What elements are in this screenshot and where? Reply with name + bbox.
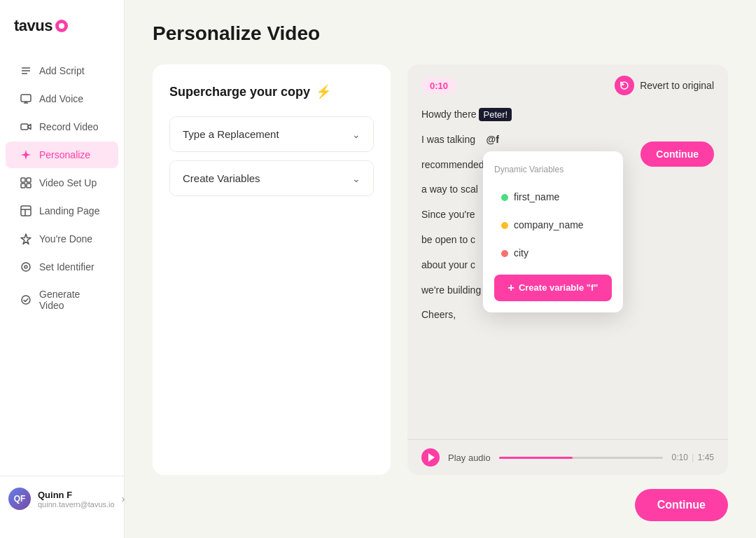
user-email: quinn.tavern@tavus.io <box>38 500 115 509</box>
variable-item-company-name[interactable]: company_name <box>494 212 612 240</box>
circle-icon <box>20 261 32 273</box>
audio-progress-fill <box>499 457 573 459</box>
sidebar-item-label: Generate Video <box>39 289 104 311</box>
panel-title: Supercharge your copy ⚡ <box>169 84 374 99</box>
sidebar-item-generate-video[interactable]: Generate Video <box>6 282 118 318</box>
highlighted-name: Peter! <box>479 108 512 121</box>
svg-rect-11 <box>21 206 31 216</box>
svg-rect-7 <box>21 178 25 182</box>
sidebar-item-label: Video Set Up <box>39 177 97 188</box>
sidebar-item-personalize[interactable]: Personalize <box>6 142 118 168</box>
audio-times: 0:10 | 1:45 <box>671 453 714 462</box>
star-icon <box>20 233 32 245</box>
variable-item-first-name[interactable]: first_name <box>494 184 612 212</box>
svg-rect-8 <box>27 178 31 182</box>
sidebar: tavus Add Script <box>0 0 125 538</box>
nav-items: Add Script Add Voice Record Video <box>0 57 124 476</box>
accordion-label: Type a Replacement <box>183 128 279 140</box>
svg-rect-6 <box>21 124 28 130</box>
variable-name: first_name <box>514 189 559 206</box>
panel-title-emoji: ⚡ <box>316 84 331 99</box>
right-panel: 0:10 Revert to original Howdy there Pete… <box>407 64 728 475</box>
sidebar-item-landing-page[interactable]: Landing Page <box>6 198 118 224</box>
chevron-down-icon: ⌄ <box>352 173 360 184</box>
monitor-icon <box>20 92 32 105</box>
svg-rect-9 <box>21 184 25 188</box>
sidebar-item-label: You're Done <box>39 233 92 244</box>
sparkle-icon <box>20 149 32 161</box>
grid-icon <box>20 177 32 189</box>
sidebar-item-record-video[interactable]: Record Video <box>6 113 118 140</box>
panel-title-text: Supercharge your copy <box>169 85 310 99</box>
video-icon <box>20 120 32 133</box>
logo-badge <box>55 20 68 32</box>
create-variable-label: Create variable "f" <box>519 280 598 296</box>
accordion-create-variables: Create Variables ⌄ <box>169 160 374 196</box>
play-button[interactable] <box>421 448 440 467</box>
audio-label: Play audio <box>448 453 491 463</box>
logo-badge-inner <box>59 23 64 29</box>
content-area: Supercharge your copy ⚡ Type a Replaceme… <box>153 64 728 475</box>
dynamic-variables-dropdown: Dynamic Variables first_name company_nam… <box>483 151 623 312</box>
svg-rect-3 <box>21 95 31 102</box>
sidebar-item-label: Add Voice <box>39 93 83 104</box>
avatar: QF <box>8 488 31 510</box>
chevron-down-icon: ⌄ <box>352 129 360 140</box>
dropdown-title: Dynamic Variables <box>494 163 612 177</box>
variable-name: city <box>514 245 528 262</box>
sidebar-item-youre-done[interactable]: You're Done <box>6 226 118 252</box>
video-header: 0:10 Revert to original <box>407 64 728 106</box>
svg-rect-10 <box>27 184 31 188</box>
sidebar-item-label: Set Identifier <box>39 261 94 273</box>
menu-icon <box>20 64 32 77</box>
sidebar-item-label: Add Script <box>39 65 85 76</box>
audio-progress-bar[interactable] <box>499 457 664 459</box>
audio-total-time: 1:45 <box>698 453 714 462</box>
accordion-header-type-replacement[interactable]: Type a Replacement ⌄ <box>170 117 373 151</box>
revert-label: Revert to original <box>640 80 714 91</box>
script-area: Howdy there Peter! I was talking @f reco… <box>407 106 728 439</box>
main-content: Personalize Video Supercharge your copy … <box>125 0 756 538</box>
accordion-label: Create Variables <box>183 172 260 184</box>
user-info: Quinn F quinn.tavern@tavus.io <box>38 490 115 509</box>
audio-separator: | <box>692 453 696 462</box>
variable-item-city[interactable]: city <box>494 240 612 268</box>
variable-dot-yellow <box>501 222 508 229</box>
user-name: Quinn F <box>38 490 115 500</box>
sidebar-item-add-voice[interactable]: Add Voice <box>6 85 118 112</box>
sidebar-item-video-set-up[interactable]: Video Set Up <box>6 170 118 196</box>
svg-point-15 <box>24 265 27 268</box>
logo-text: tavus <box>14 17 52 35</box>
left-panel: Supercharge your copy ⚡ Type a Replaceme… <box>153 64 391 475</box>
sidebar-item-set-identifier[interactable]: Set Identifier <box>6 254 118 280</box>
logo: tavus <box>0 17 124 57</box>
accordion-type-replacement: Type a Replacement ⌄ <box>169 116 374 152</box>
audio-player: Play audio 0:10 | 1:45 <box>407 439 728 475</box>
layout-icon <box>20 205 32 217</box>
user-footer[interactable]: QF Quinn F quinn.tavern@tavus.io › <box>0 476 124 521</box>
svg-point-16 <box>22 296 30 304</box>
at-cursor: @f <box>486 134 499 145</box>
variable-dot-pink <box>501 250 508 257</box>
time-badge: 0:10 <box>421 78 456 94</box>
check-circle-icon <box>20 294 32 306</box>
accordion-header-create-variables[interactable]: Create Variables ⌄ <box>170 161 373 195</box>
audio-current-time: 0:10 <box>671 453 687 462</box>
sidebar-item-label: Landing Page <box>39 205 99 216</box>
sidebar-item-label: Personalize <box>39 149 90 160</box>
play-icon <box>428 453 435 462</box>
create-variable-button[interactable]: + Create variable "f" <box>494 275 612 301</box>
sidebar-item-label: Record Video <box>39 121 99 132</box>
svg-point-14 <box>22 263 30 271</box>
revert-icon <box>615 76 634 95</box>
script-line-1: Howdy there Peter! <box>421 106 714 123</box>
plus-icon: + <box>508 282 514 294</box>
revert-button[interactable]: Revert to original <box>615 76 714 95</box>
continue-button-main[interactable]: Continue <box>635 489 728 521</box>
continue-button-inline[interactable]: Continue <box>640 142 714 167</box>
variable-dot-green <box>501 194 508 201</box>
bottom-bar: Continue <box>153 475 728 521</box>
sidebar-item-add-script[interactable]: Add Script <box>6 57 118 84</box>
page-title: Personalize Video <box>153 22 728 45</box>
variable-name: company_name <box>514 217 584 234</box>
